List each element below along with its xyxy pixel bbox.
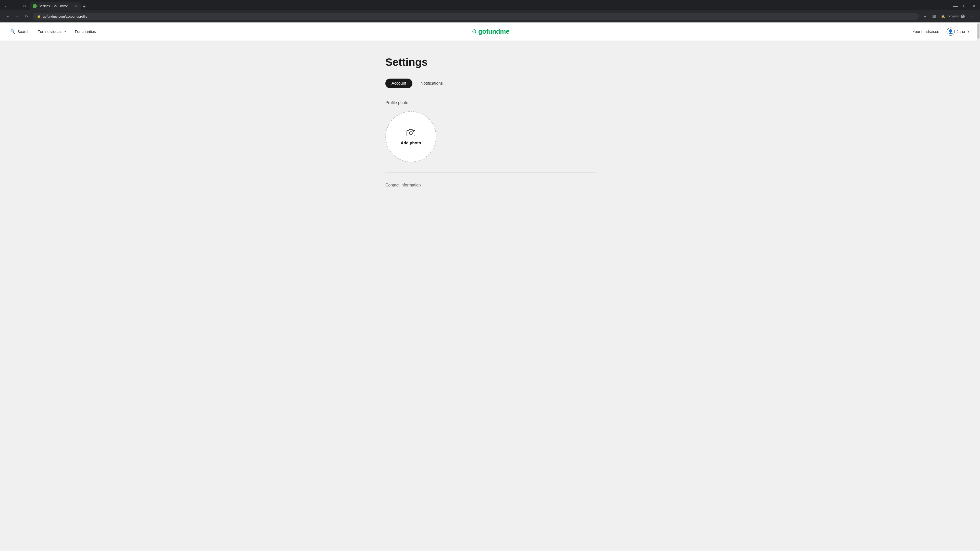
logo-text: gofundme [471, 27, 509, 35]
nav-back-btn[interactable]: ← [4, 12, 12, 21]
sidebar-btn[interactable]: ▦ [930, 12, 938, 21]
browser-tab-bar: ← → ↻ 🌿 Settings - GoFundMe ✕ + — ☐ ✕ [0, 0, 980, 10]
contact-info-section-title: Contact information [385, 183, 595, 187]
nav-reload-btn[interactable]: ↻ [22, 12, 30, 21]
site-nav: 🔍 Search For individuals ▼ For charities… [0, 22, 980, 41]
add-photo-label: Add photo [401, 141, 421, 145]
browser-tab-active[interactable]: 🌿 Settings - GoFundMe ✕ [30, 2, 81, 10]
logo-icon [471, 29, 478, 35]
bookmark-btn[interactable]: ★ [921, 12, 929, 21]
for-charities-menu[interactable]: For charities [75, 29, 96, 34]
scrollbar-thumb[interactable] [977, 24, 980, 39]
user-menu[interactable]: 👤 Jane ▼ [947, 27, 970, 36]
website: 🔍 Search For individuals ▼ For charities… [0, 22, 980, 551]
browser-chrome: ← → ↻ 🌿 Settings - GoFundMe ✕ + — ☐ ✕ ← … [0, 0, 980, 22]
new-tab-btn[interactable]: + [81, 3, 88, 10]
your-fundraisers-link[interactable]: Your fundraisers [913, 29, 940, 34]
incognito-badge[interactable]: 🕵 Incognito 3 [939, 14, 967, 19]
browser-address-bar: ← → ↻ 🔒 gofundme.com/account/profile ★ ▦… [0, 10, 980, 22]
incognito-icon: 🕵 [941, 14, 945, 18]
address-bar-input[interactable]: 🔒 gofundme.com/account/profile [33, 13, 919, 20]
address-text: gofundme.com/account/profile [43, 14, 915, 18]
user-name: Jane [957, 29, 965, 34]
profile-photo-upload[interactable]: Add photo [385, 111, 436, 162]
camera-icon [406, 128, 415, 138]
close-btn[interactable]: ✕ [970, 2, 978, 10]
search-nav-item[interactable]: 🔍 Search [10, 29, 30, 34]
more-btn[interactable]: ⋮ [968, 12, 976, 21]
browser-refresh-btn[interactable]: ↻ [21, 2, 29, 10]
nav-left: 🔍 Search For individuals ▼ For charities [10, 29, 913, 34]
tab-close-btn[interactable]: ✕ [73, 4, 78, 8]
browser-forward-btn[interactable]: → [11, 2, 19, 10]
profile-photo-section-title: Profile photo [385, 100, 595, 105]
search-label: Search [18, 29, 30, 34]
for-individuals-menu[interactable]: For individuals ▼ [38, 29, 67, 34]
tab-account[interactable]: Account [385, 79, 412, 88]
for-individuals-label: For individuals [38, 29, 62, 34]
incognito-label: Incognito [947, 14, 959, 18]
svg-point-0 [409, 132, 412, 135]
svg-point-1 [414, 131, 414, 132]
tab-title: Settings - GoFundMe [39, 4, 72, 8]
chevron-down-icon: ▼ [64, 30, 67, 33]
section-divider [385, 172, 595, 173]
incognito-count: 3 [961, 14, 965, 18]
main-content: Settings Account Notifications Profile p… [375, 41, 605, 207]
settings-tabs: Account Notifications [385, 79, 595, 88]
user-avatar-icon: 👤 [947, 27, 955, 36]
nav-right: Your fundraisers 👤 Jane ▼ [913, 27, 970, 36]
minimize-btn[interactable]: — [951, 2, 959, 10]
browser-back-btn[interactable]: ← [2, 2, 10, 10]
page-title: Settings [385, 56, 595, 68]
search-icon: 🔍 [10, 29, 15, 34]
nav-forward-btn[interactable]: → [13, 12, 21, 21]
restore-btn[interactable]: ☐ [961, 2, 969, 10]
tab-favicon: 🌿 [33, 4, 37, 8]
lock-icon: 🔒 [37, 14, 41, 18]
scrollbar[interactable] [977, 23, 980, 551]
site-logo[interactable]: gofundme [471, 27, 509, 35]
user-chevron-icon: ▼ [967, 30, 970, 33]
for-charities-label: For charities [75, 29, 96, 34]
tab-notifications[interactable]: Notifications [414, 79, 449, 88]
